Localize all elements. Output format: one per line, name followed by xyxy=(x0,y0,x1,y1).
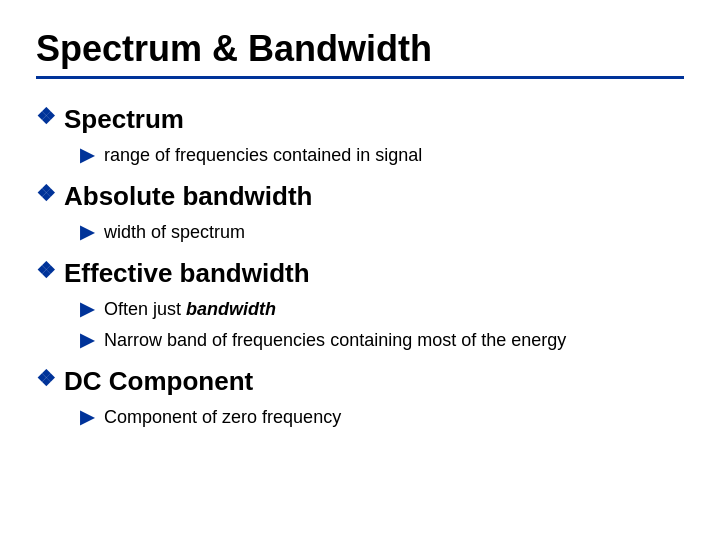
bandwidth-italic: bandwidth xyxy=(186,299,276,319)
sub-bullet-text-effective-2: Narrow band of frequencies containing mo… xyxy=(104,328,566,353)
content-area: ❖ Spectrum ▶ range of frequencies contai… xyxy=(36,97,684,512)
main-bullet-text-absolute: Absolute bandwidth xyxy=(64,180,312,214)
sub-bullet-icon-effective-2: ▶ xyxy=(80,328,98,353)
main-bullet-icon-effective: ❖ xyxy=(36,257,58,286)
main-bullet-icon-spectrum: ❖ xyxy=(36,103,58,132)
sub-bullet-text-spectrum-1: range of frequencies contained in signal xyxy=(104,143,422,168)
sub-bullet-icon-absolute: ▶ xyxy=(80,220,98,245)
main-bullet-dc: ❖ DC Component xyxy=(36,365,684,399)
main-bullet-icon-absolute: ❖ xyxy=(36,180,58,209)
sub-bullet-text-absolute-1: width of spectrum xyxy=(104,220,245,245)
main-bullet-text-effective: Effective bandwidth xyxy=(64,257,310,291)
sub-bullet-text-dc-1: Component of zero frequency xyxy=(104,405,341,430)
sub-bullet-absolute-1: ▶ width of spectrum xyxy=(80,220,684,245)
main-bullet-effective: ❖ Effective bandwidth xyxy=(36,257,684,291)
slide: Spectrum & Bandwidth ❖ Spectrum ▶ range … xyxy=(0,0,720,540)
sub-bullet-dc-1: ▶ Component of zero frequency xyxy=(80,405,684,430)
main-bullet-text-spectrum: Spectrum xyxy=(64,103,184,137)
sub-bullet-effective-1: ▶ Often just bandwidth xyxy=(80,297,684,322)
main-bullet-icon-dc: ❖ xyxy=(36,365,58,394)
sub-bullet-icon: ▶ xyxy=(80,143,98,168)
sub-bullet-icon-effective-1: ▶ xyxy=(80,297,98,322)
main-bullet-text-dc: DC Component xyxy=(64,365,253,399)
title-section: Spectrum & Bandwidth xyxy=(36,28,684,79)
main-bullet-absolute: ❖ Absolute bandwidth xyxy=(36,180,684,214)
sub-bullet-spectrum-1: ▶ range of frequencies contained in sign… xyxy=(80,143,684,168)
sub-bullet-text-effective-1: Often just bandwidth xyxy=(104,297,276,322)
sub-bullet-effective-2: ▶ Narrow band of frequencies containing … xyxy=(80,328,684,353)
slide-title: Spectrum & Bandwidth xyxy=(36,28,684,70)
often-just-label: Often just xyxy=(104,299,186,319)
sub-bullet-icon-dc: ▶ xyxy=(80,405,98,430)
main-bullet-spectrum: ❖ Spectrum xyxy=(36,103,684,137)
